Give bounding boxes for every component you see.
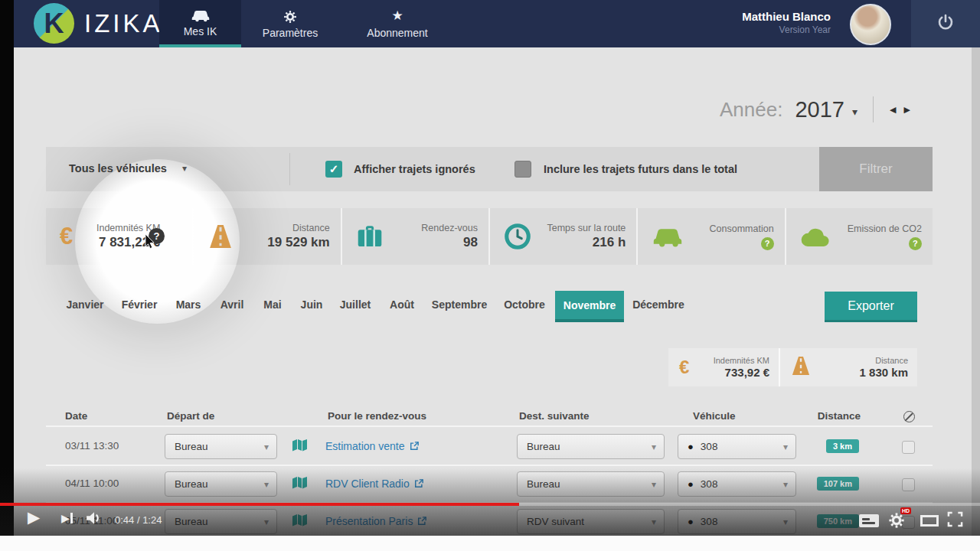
stat-label: Indemnités KM bbox=[689, 356, 769, 365]
progress-bar[interactable] bbox=[0, 503, 980, 506]
stat-label: Distance bbox=[811, 356, 908, 365]
show-ignored-checkbox[interactable]: ✓ bbox=[325, 161, 342, 178]
month-mai[interactable]: Mai bbox=[263, 298, 281, 311]
ignore-trip-checkbox[interactable] bbox=[902, 478, 915, 491]
filter-bar: Tous les véhicules ▾ ✓ Afficher trajets … bbox=[46, 147, 933, 191]
clock-icon bbox=[504, 223, 531, 250]
logout-button[interactable] bbox=[911, 0, 980, 47]
month-mars[interactable]: Mars bbox=[176, 298, 201, 311]
chevron-down-icon[interactable]: ▾ bbox=[852, 106, 858, 118]
month-octobre[interactable]: Octobre bbox=[504, 298, 545, 311]
tab-abonnement[interactable]: ★ Abonnement bbox=[340, 0, 455, 47]
tab-mes-ik[interactable]: Mes IK bbox=[159, 0, 241, 47]
settings-gear-icon[interactable] bbox=[888, 512, 905, 532]
vehicle-dropdown[interactable]: ● 308 ▾ bbox=[678, 509, 796, 534]
stat-indemnites: € Indemnités KM 7 831,22 € bbox=[46, 208, 194, 265]
filter-button[interactable]: Filtrer bbox=[819, 147, 933, 191]
month-aout[interactable]: Août bbox=[390, 298, 414, 311]
help-icon[interactable]: ? bbox=[909, 237, 922, 250]
include-future-label: Inclure les trajets futurs dans le total bbox=[544, 163, 737, 175]
stat-distance: Distance 19 529 km bbox=[194, 208, 341, 265]
stat-label: Emission de CO2 bbox=[831, 223, 922, 234]
map-icon[interactable] bbox=[292, 477, 307, 492]
month-stat-indemnites: € Indemnités KM 733,92 € bbox=[668, 348, 780, 386]
euro-icon: € bbox=[679, 357, 689, 378]
stat-value: 98 bbox=[384, 235, 478, 250]
tab-parametres[interactable]: Paramètres bbox=[240, 0, 340, 47]
col-header-depart: Départ de bbox=[167, 410, 214, 422]
depart-dropdown[interactable]: Bureau ▾ bbox=[165, 509, 277, 534]
divider bbox=[289, 153, 290, 185]
dest-dropdown[interactable]: RDV suivant ▾ bbox=[517, 509, 665, 534]
export-button[interactable]: Exporter bbox=[825, 292, 917, 322]
brand-logo[interactable]: K IZIKA bbox=[34, 3, 163, 44]
rdv-link[interactable]: Estimation vente bbox=[325, 440, 419, 452]
prev-year-button[interactable]: ◀ bbox=[886, 102, 900, 118]
external-link-icon bbox=[417, 517, 426, 526]
chevron-down-icon: ▾ bbox=[652, 442, 656, 452]
avatar[interactable] bbox=[850, 4, 891, 45]
map-icon[interactable] bbox=[292, 514, 307, 530]
dropdown-value: Bureau bbox=[527, 478, 560, 490]
stat-label: Distance bbox=[234, 223, 329, 233]
depart-dropdown[interactable]: Bureau ▾ bbox=[165, 471, 277, 497]
vehicle-color-dot: ● bbox=[688, 478, 694, 490]
col-header-vehicule: Véhicule bbox=[693, 410, 736, 422]
month-janvier[interactable]: Janvier bbox=[66, 298, 103, 311]
rdv-link[interactable]: RDV Client Radio bbox=[325, 478, 423, 490]
stat-label: Indemnités KM bbox=[73, 223, 160, 233]
page-scrollbar[interactable] bbox=[972, 47, 980, 536]
month-septembre[interactable]: Septembre bbox=[432, 298, 487, 311]
next-button[interactable]: ▶ bbox=[61, 512, 73, 524]
fullscreen-button[interactable] bbox=[947, 511, 963, 530]
include-future-checkbox[interactable] bbox=[514, 161, 531, 178]
map-icon[interactable] bbox=[292, 439, 307, 455]
page-bottom-strip bbox=[0, 536, 980, 551]
col-header-date: Date bbox=[65, 410, 87, 422]
briefcase-icon bbox=[356, 224, 384, 249]
rdv-link-label: Estimation vente bbox=[325, 440, 405, 452]
help-icon[interactable]: ? bbox=[149, 228, 165, 244]
tab-label: Mes IK bbox=[184, 25, 217, 37]
stat-label: Consommation bbox=[684, 223, 773, 234]
theater-mode-button[interactable] bbox=[920, 515, 939, 527]
vehicle-filter-dropdown[interactable]: Tous les véhicules ▾ bbox=[69, 162, 187, 174]
year-value[interactable]: 2017 bbox=[795, 97, 844, 122]
month-stat-distance: Distance 1 830 km bbox=[780, 348, 917, 386]
next-triangle: ▶ bbox=[61, 512, 70, 524]
stat-rendez-vous: Rendez-vous 98 bbox=[342, 208, 490, 265]
month-avril[interactable]: Avril bbox=[220, 298, 244, 311]
time-display: 0:44 / 1:24 bbox=[115, 514, 162, 526]
year-label: Année: bbox=[720, 98, 782, 122]
ignore-trip-checkbox[interactable] bbox=[902, 441, 915, 454]
show-ignored-label: Afficher trajets ignorés bbox=[354, 163, 475, 175]
month-fevrier[interactable]: Février bbox=[122, 298, 158, 311]
next-year-button[interactable]: ▶ bbox=[900, 102, 913, 118]
logo-icon: K bbox=[34, 3, 74, 44]
vehicle-dropdown[interactable]: ● 308 ▾ bbox=[678, 471, 796, 497]
volume-button[interactable] bbox=[86, 510, 103, 529]
vehicle-dropdown[interactable]: ● 308 ▾ bbox=[678, 434, 796, 459]
dest-dropdown[interactable]: Bureau ▾ bbox=[517, 471, 665, 497]
stat-value: 1 830 km bbox=[811, 366, 908, 379]
chevron-down-icon: ▾ bbox=[264, 479, 269, 490]
stat-value: 733,92 € bbox=[689, 366, 769, 379]
rdv-link[interactable]: Présentation Paris bbox=[325, 515, 426, 527]
depart-dropdown[interactable]: Bureau ▾ bbox=[165, 434, 277, 459]
table-row: 03/11 13:30 Bureau ▾ Estimation vente Bu… bbox=[14, 429, 980, 465]
help-icon[interactable]: ? bbox=[761, 237, 774, 250]
month-juillet[interactable]: Juillet bbox=[340, 298, 371, 311]
distance-badge: 3 km bbox=[826, 439, 859, 453]
dest-dropdown[interactable]: Bureau ▾ bbox=[517, 434, 665, 459]
distance-badge: 107 km bbox=[817, 477, 859, 491]
izika-app: K IZIKA Mes IK bbox=[14, 0, 980, 536]
stat-value: 7 831,22 € bbox=[73, 235, 160, 250]
month-novembre-selected[interactable]: Novembre bbox=[555, 291, 624, 322]
logo-letter: K bbox=[44, 10, 64, 37]
hd-quality-badge: HD bbox=[900, 507, 911, 514]
subtitles-button[interactable] bbox=[859, 514, 879, 527]
month-decembre[interactable]: Décembre bbox=[632, 298, 684, 311]
play-button[interactable]: ▶ bbox=[28, 508, 40, 527]
month-juin[interactable]: Juin bbox=[301, 298, 323, 311]
progress-played bbox=[0, 503, 519, 506]
